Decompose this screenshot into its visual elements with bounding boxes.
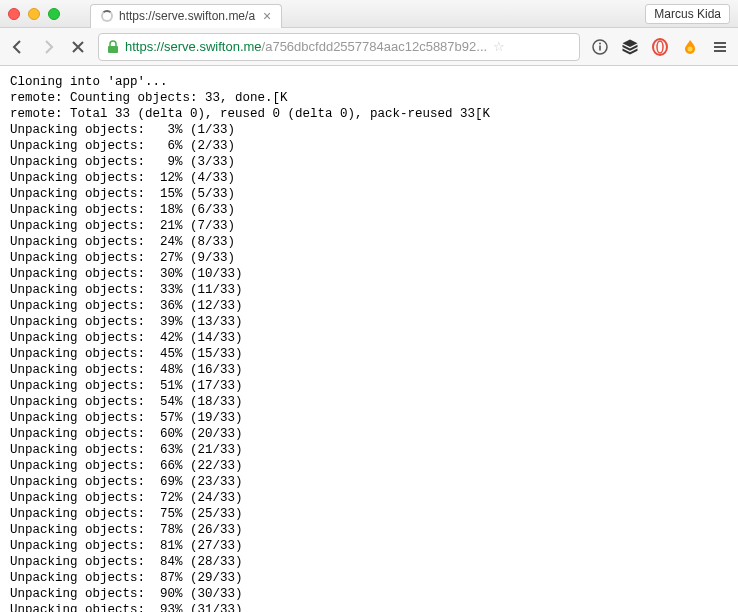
maximize-window-button[interactable] bbox=[48, 8, 60, 20]
svg-rect-3 bbox=[599, 45, 601, 50]
profile-badge[interactable]: Marcus Kida bbox=[645, 4, 730, 24]
minimize-window-button[interactable] bbox=[28, 8, 40, 20]
arrow-right-icon bbox=[40, 39, 56, 55]
stop-button[interactable] bbox=[68, 37, 88, 57]
lock-icon bbox=[107, 40, 119, 54]
menu-button[interactable] bbox=[710, 37, 730, 57]
loading-spinner-icon bbox=[101, 10, 113, 22]
browser-tab[interactable]: https://serve.swifton.me/a × bbox=[90, 4, 282, 28]
forward-button[interactable] bbox=[38, 37, 58, 57]
tab-title: https://serve.swifton.me/a bbox=[119, 9, 255, 23]
close-icon bbox=[71, 40, 85, 54]
back-button[interactable] bbox=[8, 37, 28, 57]
svg-point-5 bbox=[657, 41, 663, 53]
svg-point-2 bbox=[599, 42, 601, 44]
svg-point-6 bbox=[688, 46, 693, 51]
url-path: /a756dbcfdd2557784aac12c5887b92... bbox=[262, 39, 488, 54]
extension-info-icon[interactable] bbox=[590, 37, 610, 57]
bookmark-star-icon[interactable]: ☆ bbox=[493, 39, 505, 54]
window-titlebar: https://serve.swifton.me/a × Marcus Kida bbox=[0, 0, 738, 28]
close-tab-button[interactable]: × bbox=[255, 8, 271, 24]
page-content: Cloning into 'app'... remote: Counting o… bbox=[0, 66, 738, 612]
traffic-lights bbox=[8, 8, 60, 20]
extension-buffer-icon[interactable] bbox=[620, 37, 640, 57]
address-bar[interactable]: https://serve.swifton.me/a756dbcfdd25577… bbox=[98, 33, 580, 61]
hamburger-icon bbox=[712, 39, 728, 55]
url-host: https://serve.swifton.me bbox=[125, 39, 262, 54]
close-window-button[interactable] bbox=[8, 8, 20, 20]
browser-toolbar: https://serve.swifton.me/a756dbcfdd25577… bbox=[0, 28, 738, 66]
arrow-left-icon bbox=[10, 39, 26, 55]
extension-opera-icon[interactable] bbox=[650, 37, 670, 57]
extension-flame-icon[interactable] bbox=[680, 37, 700, 57]
svg-rect-0 bbox=[108, 46, 118, 53]
